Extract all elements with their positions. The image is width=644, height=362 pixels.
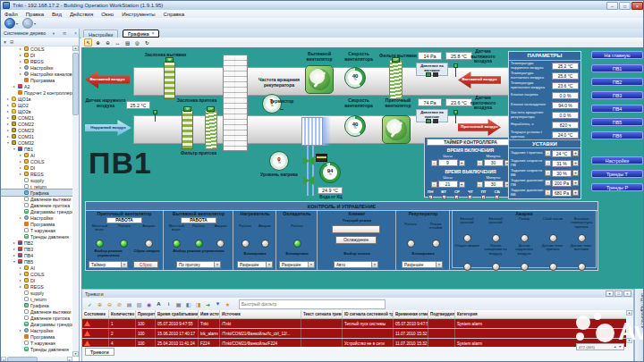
off-hours-minus-button[interactable]: -	[431, 181, 437, 188]
menu-item[interactable]: Действия	[70, 12, 93, 17]
scroll-down-icon[interactable]: ▼	[626, 338, 632, 343]
on-minutes-minus-button[interactable]: -	[477, 160, 483, 166]
alarms-pager[interactable]: 472 (465) ▲ ▼	[576, 343, 624, 350]
tree-item[interactable]: ▸ COM21	[1, 114, 72, 121]
cooler-block-select[interactable]: Разрешён▾	[279, 261, 315, 268]
tree-item[interactable]: ▸ REGS	[1, 58, 72, 64]
tree-item[interactable]: ▸ Настройки каналов	[1, 71, 72, 77]
forward-dropdown-icon[interactable]: ▾	[34, 21, 36, 26]
column-header[interactable]: Время срабатывания	[156, 310, 199, 318]
nav-button[interactable]: ПВ5	[591, 118, 643, 126]
forward-button[interactable]: →	[22, 18, 33, 29]
column-header[interactable]: Источник	[220, 310, 301, 318]
panel-close-icon[interactable]: ×	[623, 290, 631, 297]
menu-item[interactable]: Вид	[52, 12, 62, 17]
tree-item[interactable]: supply	[1, 290, 72, 296]
setpoint-minus-button[interactable]: -	[545, 150, 551, 156]
tree-item[interactable]: ▸ COM31	[1, 133, 72, 139]
alarm-toolbar-icon[interactable]: ★	[224, 299, 232, 308]
column-header[interactable]: Категория	[455, 310, 626, 318]
setpoint-minus-button[interactable]: -	[545, 160, 551, 166]
back-dropdown-icon[interactable]: ▾	[16, 21, 18, 26]
tree-item[interactable]: Графика	[1, 189, 72, 196]
setpoint-plus-button[interactable]: +	[572, 160, 579, 166]
tree-item[interactable]: t_return	[1, 296, 72, 302]
tree-item[interactable]: Давление притока	[1, 315, 72, 321]
column-header[interactable]: Имя источника	[199, 310, 220, 318]
setpoint-plus-button[interactable]: +	[572, 189, 579, 196]
tree-item[interactable]: Графика	[1, 302, 72, 308]
scroll-thumb[interactable]	[7, 357, 38, 362]
alarm-toolbar-icon[interactable]: ⊕	[96, 299, 104, 308]
tree-item[interactable]: Диаграммы трендов	[1, 208, 72, 215]
tree-item[interactable]: Тренды давления	[1, 233, 72, 240]
alarm-toolbar-icon[interactable]: ◧	[184, 299, 192, 308]
setpoint-minus-button[interactable]: -	[545, 180, 551, 186]
nav-button[interactable]: ПВ1	[591, 64, 643, 72]
scroll-thumb[interactable]	[72, 53, 79, 115]
tree-item[interactable]: ▸ AI	[1, 152, 72, 158]
tree-toolbar-icon[interactable]: ▼	[3, 39, 7, 45]
nav-button[interactable]: ПВ6	[591, 131, 643, 139]
scroll-right-icon[interactable]: ▸	[67, 357, 72, 362]
alarm-toolbar-icon[interactable]: ▼	[214, 299, 222, 308]
tree-item[interactable]: Программа	[1, 221, 72, 227]
menu-item[interactable]: Справка	[164, 12, 185, 17]
tree-close-icon[interactable]: ×	[72, 31, 79, 36]
tree-item[interactable]: ▸ ПВ2	[1, 240, 72, 246]
tree-item[interactable]: ▸ REGS	[1, 171, 72, 177]
nav-button[interactable]: Тренды Т	[591, 170, 643, 178]
column-header[interactable]: Временная отметка	[394, 310, 428, 318]
cooling-mode-button[interactable]: Охлаждение	[335, 236, 377, 244]
off-hours-plus-button[interactable]: +	[459, 181, 465, 188]
scroll-up-icon[interactable]: ▲	[626, 310, 632, 316]
tree-item[interactable]: ▸ COILS	[1, 271, 72, 277]
column-header[interactable]: ID сигнала системной тревоги	[343, 310, 394, 318]
tree-item[interactable]: Давление вытяжки	[1, 196, 72, 202]
tree-item[interactable]: ▸ ПВ4	[1, 252, 72, 258]
tree-item[interactable]: ▸ COILS	[1, 46, 72, 52]
tree-item[interactable]: ▸ DI	[1, 52, 72, 58]
graphic-toolbar-icon[interactable]: ⊖	[104, 38, 112, 46]
nav-button[interactable]: ПВ4	[591, 105, 643, 113]
pager-up-icon[interactable]: ▲	[614, 345, 616, 349]
tree-item[interactable]: ▸ ЩО2	[1, 102, 72, 108]
column-header[interactable]: Приоритет	[136, 310, 156, 318]
column-header[interactable]: Текст сигнала тревоги	[301, 310, 343, 318]
setpoint-minus-button[interactable]: -	[545, 170, 551, 176]
graphic-toolbar-icon[interactable]: ⊕	[94, 38, 102, 46]
weekday-checkbox[interactable]: ✓	[481, 195, 486, 199]
tree-item[interactable]: ▸ COM23	[1, 127, 72, 133]
tab-alarms[interactable]: Тревоги	[85, 348, 114, 356]
alarm-reset-button[interactable]: Сброс	[133, 261, 158, 268]
weekday-checkbox[interactable]: ✓	[442, 195, 446, 199]
alarm-row[interactable]: 2 100 15.06.2010 17:40:17 lnk_alarm /Tnk…	[82, 329, 626, 339]
on-hours-plus-button[interactable]: +	[459, 160, 465, 166]
alarm-toolbar-icon[interactable]: ▥	[135, 299, 143, 308]
setpoint-plus-button[interactable]: +	[572, 150, 579, 156]
column-header[interactable]: Состояние	[82, 310, 109, 318]
setpoint-minus-button[interactable]: -	[545, 189, 551, 196]
season-select[interactable]: Авто▾	[334, 261, 378, 268]
graphic-toolbar-icon[interactable]: ↻	[143, 38, 151, 46]
nav-button[interactable]: ПВ2	[591, 78, 643, 86]
tree-item[interactable]: Давление вытяжки	[1, 308, 72, 315]
tree-item[interactable]: ▸ Настройки	[1, 327, 72, 333]
panel-float-icon[interactable]: □	[614, 290, 623, 297]
scroll-left-icon[interactable]: ◂	[1, 357, 6, 362]
tree-item[interactable]: Давление притока	[1, 202, 72, 208]
tree-dropdown-icon[interactable]: ▾	[50, 31, 56, 36]
tree-item[interactable]: ▸ A2	[1, 83, 72, 89]
graphic-toolbar-icon[interactable]: ◎	[133, 38, 141, 46]
quick-filter-input[interactable]	[239, 299, 386, 309]
tree-item[interactable]: ▸ Настройки	[1, 64, 72, 71]
alarm-toolbar-icon[interactable]: ⊘	[115, 299, 123, 308]
weekday-checkbox[interactable]: ✓	[454, 195, 459, 199]
column-header[interactable]: Количество	[109, 310, 136, 318]
scroll-down-icon[interactable]: ▼	[72, 351, 79, 357]
tree-item[interactable]: t_return	[1, 183, 72, 189]
alarm-toolbar-icon[interactable]: ⊖	[106, 299, 114, 308]
maximize-button[interactable]: □	[619, 2, 631, 10]
panel-dropdown-icon[interactable]: ▾	[606, 290, 614, 297]
alarm-toolbar-icon[interactable]: ➔	[204, 299, 212, 308]
